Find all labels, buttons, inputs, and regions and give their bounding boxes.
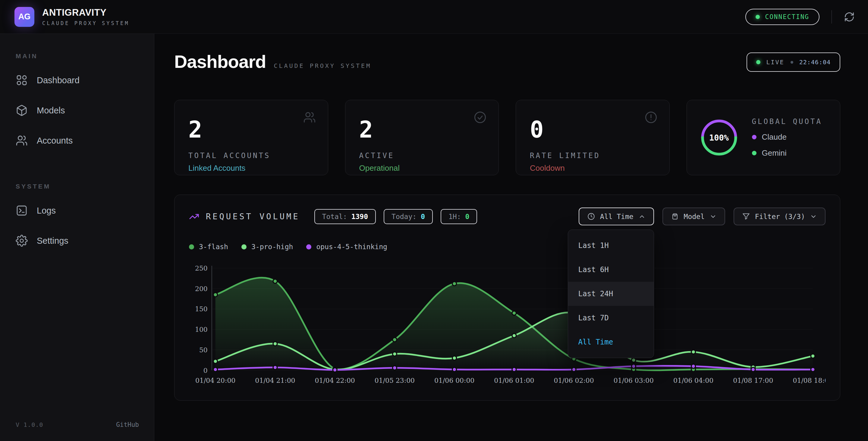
svg-text:01/05 23:00: 01/05 23:00	[375, 377, 415, 384]
stat-sub: Cooldown	[530, 164, 655, 173]
chart-controls: All Time Last 1H Last 6H Last 24H Last 7…	[579, 208, 826, 225]
sidebar-item-label: Settings	[37, 236, 68, 246]
model-filter-label: Model	[684, 213, 705, 220]
main-content: Dashboard CLAUDE PROXY SYSTEM LIVE 22:46…	[154, 34, 868, 441]
dropdown-item-last-6h[interactable]: Last 6H	[568, 258, 654, 282]
stat-sub: Operational	[359, 164, 485, 173]
request-volume-card: REQUEST VOLUME Total: 1390 Today: 0 1H:	[174, 195, 840, 401]
funnel-icon	[742, 212, 750, 220]
sidebar-item-settings[interactable]: Settings	[16, 235, 139, 247]
sidebar-item-label: Accounts	[37, 136, 73, 146]
live-dot-icon	[756, 60, 761, 64]
gemini-dot-icon	[752, 151, 756, 155]
sidebar-item-accounts[interactable]: Accounts	[16, 135, 139, 147]
sidebar-item-logs[interactable]: Logs	[16, 205, 139, 216]
alert-circle-icon	[645, 111, 657, 124]
app-version: V 1.0.0	[16, 421, 43, 428]
svg-text:01/04 21:00: 01/04 21:00	[255, 377, 295, 384]
stat-card-total-accounts: 2 TOTAL ACCOUNTS Linked Accounts	[174, 100, 328, 175]
app-logo: AG	[14, 7, 34, 27]
users-icon	[16, 135, 28, 147]
stat-card-active: 2 ACTIVE Operational	[345, 100, 499, 175]
quota-label: GLOBAL QUOTA	[752, 117, 822, 126]
time-range-dropdown: Last 1H Last 6H Last 24H Last 7D All Tim…	[568, 230, 654, 358]
stat-label: RATE LIMITED	[530, 151, 655, 160]
chart-badges: Total: 1390 Today: 0 1H: 0	[314, 209, 477, 224]
chevron-up-icon	[638, 213, 646, 220]
dropdown-item-last-1h[interactable]: Last 1H	[568, 233, 654, 258]
quota-percent: 100%	[699, 117, 739, 158]
separator-dot-icon	[790, 61, 793, 64]
app-subtitle: CLAUDE PROXY SYSTEM	[42, 20, 129, 26]
legend-item-3-flash: 3-flash	[189, 243, 228, 251]
refresh-icon	[844, 11, 855, 22]
svg-text:01/06 01:00: 01/06 01:00	[494, 377, 534, 384]
chevron-down-icon	[710, 213, 717, 220]
dropdown-item-last-7d[interactable]: Last 7D	[568, 306, 654, 330]
header-divider	[832, 10, 832, 24]
terminal-icon	[16, 205, 28, 216]
svg-text:01/06 04:00: 01/06 04:00	[673, 377, 713, 384]
badge-1h: 1H: 0	[441, 209, 477, 224]
sidebar-item-label: Models	[37, 106, 65, 116]
stat-card-rate-limited: 0 RATE LIMITED Cooldown	[516, 100, 670, 175]
app-title: ANTIGRAVITY	[42, 7, 129, 18]
chart-legend: 3-flash 3-pro-high opus-4-5-thinking	[189, 243, 826, 251]
stat-value: 2	[359, 118, 485, 141]
quota-legend-label: Gemini	[762, 148, 786, 158]
page-subtitle: CLAUDE PROXY SYSTEM	[274, 62, 371, 69]
refresh-button[interactable]	[844, 11, 855, 22]
gear-icon	[16, 235, 28, 247]
svg-text:01/06 00:00: 01/06 00:00	[434, 377, 474, 384]
legend-item-3-pro-high: 3-pro-high	[241, 243, 293, 251]
claude-dot-icon	[752, 135, 756, 139]
github-link[interactable]: GitHub	[116, 421, 139, 428]
svg-text:200: 200	[195, 285, 208, 293]
filter-button[interactable]: Filter (3/3)	[734, 208, 826, 225]
quota-legend-label: Claude	[762, 133, 786, 142]
check-circle-icon	[474, 111, 487, 124]
svg-text:01/04 22:00: 01/04 22:00	[315, 377, 355, 384]
stat-value: 2	[188, 118, 314, 141]
series-dot-icon	[306, 244, 311, 249]
svg-text:01/06 02:00: 01/06 02:00	[554, 377, 594, 384]
svg-text:01/04 20:00: 01/04 20:00	[195, 377, 236, 384]
sidebar-item-dashboard[interactable]: Dashboard	[16, 74, 139, 86]
chart-area: 05010015020025001/04 20:0001/04 21:0001/…	[189, 260, 826, 389]
quota-donut: 100%	[699, 117, 739, 158]
time-range-button[interactable]: All Time Last 1H Last 6H Last 24H Last 7…	[579, 208, 654, 225]
live-clock: 22:46:04	[799, 59, 831, 66]
stat-value: 0	[530, 118, 655, 141]
quota-legend-gemini: Gemini	[752, 148, 822, 158]
filter-label: Filter (3/3)	[755, 213, 805, 220]
badge-today: Today: 0	[384, 209, 433, 224]
grid-icon	[16, 74, 28, 86]
cube-icon	[16, 105, 28, 116]
quota-legend-claude: Claude	[752, 133, 822, 142]
connection-status-badge[interactable]: CONNECTING	[745, 9, 819, 25]
dropdown-item-all-time[interactable]: All Time	[568, 330, 654, 354]
badge-total: Total: 1390	[314, 209, 376, 224]
nav-section-main: MAIN	[16, 53, 139, 60]
svg-text:100: 100	[195, 326, 208, 333]
time-range-value: All Time	[600, 213, 633, 220]
brand: AG ANTIGRAVITY CLAUDE PROXY SYSTEM	[14, 7, 129, 27]
trending-up-icon	[189, 211, 199, 222]
stat-label: ACTIVE	[359, 151, 485, 160]
nav-gap	[16, 165, 139, 183]
sidebar-item-models[interactable]: Models	[16, 105, 139, 116]
svg-text:0: 0	[204, 367, 208, 374]
stat-label: TOTAL ACCOUNTS	[188, 151, 314, 160]
dropdown-item-last-24h[interactable]: Last 24H	[568, 282, 654, 306]
svg-text:01/06 03:00: 01/06 03:00	[614, 377, 654, 384]
sidebar-footer: V 1.0.0 GitHub	[16, 421, 139, 428]
svg-text:01/08 17:00: 01/08 17:00	[733, 377, 773, 384]
stats-grid: 2 TOTAL ACCOUNTS Linked Accounts 2 ACTIV…	[174, 100, 840, 175]
box-icon	[671, 212, 679, 220]
legend-item-opus-4-5-thinking: opus-4-5-thinking	[306, 243, 387, 251]
model-filter-button[interactable]: Model	[662, 208, 725, 225]
stat-card-global-quota: 100% GLOBAL QUOTA Claude Gemini	[687, 100, 841, 175]
series-dot-icon	[189, 244, 194, 249]
series-dot-icon	[241, 244, 247, 249]
svg-text:01/08 18:00: 01/08 18:00	[793, 377, 826, 384]
